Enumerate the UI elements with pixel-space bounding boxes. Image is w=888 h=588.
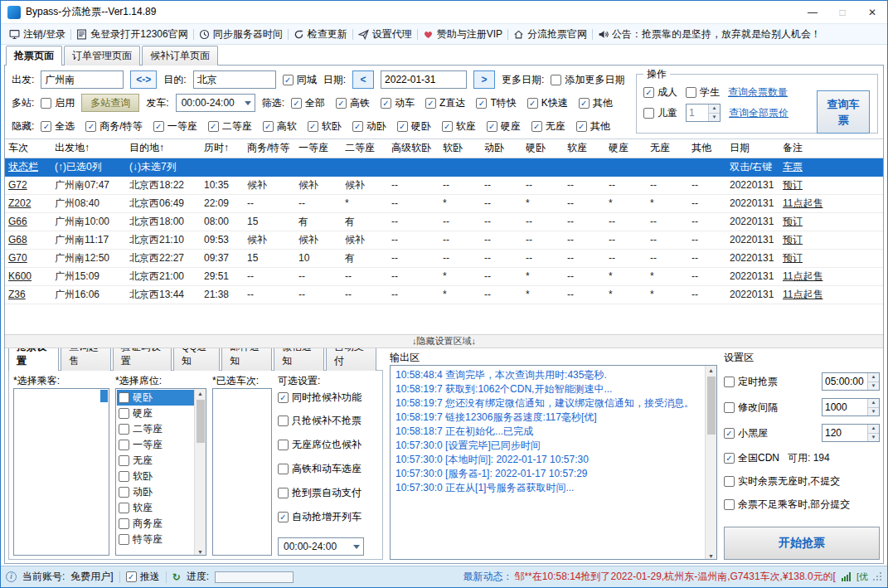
seat-option-硬座[interactable]: 硬座 (117, 406, 194, 421)
column-header-一等座[interactable]: 一等座 (295, 139, 342, 158)
output-box[interactable]: 10:58:48:4 查询完毕，本次查询共用时:435毫秒.10:58:19:7… (390, 365, 717, 560)
checkbox-child[interactable]: 儿童 (643, 106, 677, 120)
grab-time-range-select[interactable]: 00:00-24:00 (278, 537, 364, 556)
seat-option-硬卧[interactable]: 硬卧 (117, 390, 194, 406)
multi-station-query-button[interactable]: 多站查询 (81, 94, 139, 112)
checkbox-box[interactable] (119, 534, 129, 545)
resize-grip[interactable] (874, 573, 882, 581)
seat-option-无座[interactable]: 无座 (117, 453, 194, 469)
checkbox-同时抢候补功能[interactable]: ✓同时抢候补功能 (278, 391, 362, 405)
column-header-出发地↑[interactable]: 出发地↑ (51, 139, 126, 158)
spin-down-icon[interactable]: ▼ (868, 382, 879, 391)
checkbox-Z直达[interactable]: ✓Z直达 (425, 96, 465, 110)
checkbox-enable-multi[interactable]: 启用 (41, 96, 75, 110)
checkbox-高铁[interactable]: ✓高铁 (336, 96, 370, 110)
checkbox-box[interactable] (119, 440, 129, 450)
checkbox-no-seat-skip[interactable]: 实时余票无座时,不提交 (724, 474, 840, 488)
checkbox-push[interactable]: ✓推送 (126, 570, 160, 584)
scroll-down-icon[interactable]: ▼ (705, 549, 717, 559)
seat-option-动卧[interactable]: 动卧 (117, 484, 194, 500)
train-row-Z36[interactable]: Z36广州16:06北京西13:4421:38--------*--*--**-… (5, 285, 883, 304)
checkbox-box[interactable] (119, 424, 129, 435)
book-link[interactable]: 11点起售 (779, 267, 883, 285)
main-tab-订单管理页面[interactable]: 订单管理页面 (64, 46, 140, 66)
checkbox-全部[interactable]: ✓全部 (291, 96, 325, 110)
checkbox-box[interactable] (119, 408, 129, 419)
depart-input[interactable] (41, 70, 124, 89)
query-tickets-button[interactable]: 查询车票 (817, 90, 870, 134)
toolbar-item-同步服务器时间[interactable]: 同步服务器时间 (194, 24, 288, 44)
seat-option-特等座[interactable]: 特等座 (117, 532, 194, 547)
train-number[interactable]: G68 (5, 231, 51, 249)
query-all-prices-link[interactable]: 查询全部票价 (729, 106, 789, 120)
checkbox-无座席位也候补[interactable]: 无座席位也候补 (278, 438, 362, 452)
prev-date-button[interactable]: < (352, 70, 374, 89)
blackroom-spinner[interactable]: ▲▼ (822, 424, 880, 442)
main-tab-抢票页面[interactable]: 抢票页面 (6, 46, 62, 66)
spin-up-icon[interactable]: ▲ (868, 425, 879, 434)
checkbox-动卧[interactable]: ✓动卧 (352, 119, 386, 134)
column-header-商务/特等[interactable]: 商务/特等 (244, 139, 295, 158)
status-cell[interactable]: 状态栏 (5, 158, 51, 176)
book-link[interactable]: 11点起售 (779, 285, 883, 304)
maximize-button[interactable]: □ (827, 1, 857, 23)
spin-up-icon[interactable]: ▲ (868, 399, 879, 408)
train-number[interactable]: K600 (5, 267, 51, 285)
passenger-scrollbar-thumb[interactable] (100, 390, 108, 402)
column-header-二等座[interactable]: 二等座 (342, 139, 388, 158)
train-number[interactable]: Z202 (5, 194, 51, 212)
column-header-日期[interactable]: 日期 (726, 139, 779, 158)
child-count-spinner[interactable]: ▲▼ (686, 104, 721, 122)
checkbox-modify-interval[interactable]: 修改间隔 (724, 401, 778, 415)
checkbox-add-more-dates[interactable]: 添加更多日期 (551, 73, 624, 87)
column-header-无座[interactable]: 无座 (647, 139, 688, 158)
checkbox-timed-grab[interactable]: 定时抢票 (724, 375, 778, 389)
checkbox-抢到票自动支付[interactable]: 抢到票自动支付 (278, 486, 362, 500)
checkbox-全选[interactable]: ✓全选 (41, 119, 75, 134)
date-input[interactable] (381, 70, 467, 89)
train-number[interactable]: G72 (5, 176, 51, 194)
train-row-G66[interactable]: G66广州南10:00北京西18:0008:0015有有------------… (5, 212, 883, 231)
book-link[interactable]: 11点起售 (779, 194, 883, 212)
settings-tab-抢票设置[interactable]: 抢票设置 (8, 348, 59, 371)
toolbar-item-免登录打开12306官网[interactable]: 免登录打开12306官网 (71, 24, 192, 44)
settings-tab-查询起售[interactable]: 查询起售 (61, 348, 111, 371)
column-header-高级软卧[interactable]: 高级软卧 (388, 139, 439, 158)
column-header-硬座[interactable]: 硬座 (605, 139, 647, 158)
scroll-up-icon[interactable]: ▲ (708, 366, 714, 376)
interval-spinner[interactable]: ▲▼ (822, 398, 880, 416)
checkbox-高软[interactable]: ✓高软 (263, 119, 297, 134)
scroll-up-icon[interactable]: ▲ (197, 389, 203, 399)
checkbox-硬座[interactable]: ✓硬座 (487, 119, 521, 134)
blackroom-input[interactable] (822, 425, 867, 441)
seat-option-软座[interactable]: 软座 (117, 500, 194, 516)
checkbox-商务/特等[interactable]: ✓商务/特等 (85, 119, 142, 134)
dest-input[interactable] (193, 70, 276, 89)
checkbox-box[interactable] (119, 487, 129, 498)
checkbox-一等座[interactable]: ✓一等座 (153, 119, 197, 134)
train-number[interactable]: Z36 (5, 285, 51, 304)
spin-down-icon[interactable]: ▼ (868, 408, 879, 416)
book-link[interactable]: 预订 (779, 231, 883, 249)
column-header-目的地↑[interactable]: 目的地↑ (126, 139, 201, 158)
train-row-Z202[interactable]: Z202广州08:40北京西06:4922:09----*--*--*--**-… (5, 194, 883, 212)
column-header-软卧[interactable]: 软卧 (439, 139, 481, 158)
checkbox-T特快[interactable]: ✓T特快 (476, 96, 516, 110)
hide-settings-divider[interactable]: ↓隐藏设置区域↓ (5, 334, 883, 348)
next-date-button[interactable]: > (473, 70, 495, 89)
toolbar-item-设置代理[interactable]: 设置代理 (353, 24, 417, 44)
spin-up-icon[interactable]: ▲ (868, 373, 879, 382)
column-header-硬卧[interactable]: 硬卧 (522, 139, 564, 158)
column-header-历时↑[interactable]: 历时↑ (201, 139, 244, 158)
checkbox-box[interactable] (119, 392, 129, 403)
settings-tab-QQ通知[interactable]: QQ通知 (173, 348, 220, 371)
checkbox-partial-submit[interactable]: 余票不足乘客时,部分提交 (724, 498, 850, 512)
toolbar-item-注销/登录[interactable]: 注销/登录 (4, 24, 70, 44)
train-row-G72[interactable]: G72广州南07:47北京西18:2210:35候补候补候补----------… (5, 176, 883, 194)
checkbox-硬卧[interactable]: ✓硬卧 (397, 119, 431, 134)
checkbox-same-city[interactable]: ✓同城 (283, 73, 317, 87)
checkbox-无座[interactable]: ✓无座 (531, 119, 565, 134)
train-number[interactable]: G66 (5, 212, 51, 231)
column-header-动卧[interactable]: 动卧 (481, 139, 522, 158)
close-button[interactable]: ✕ (857, 1, 887, 23)
